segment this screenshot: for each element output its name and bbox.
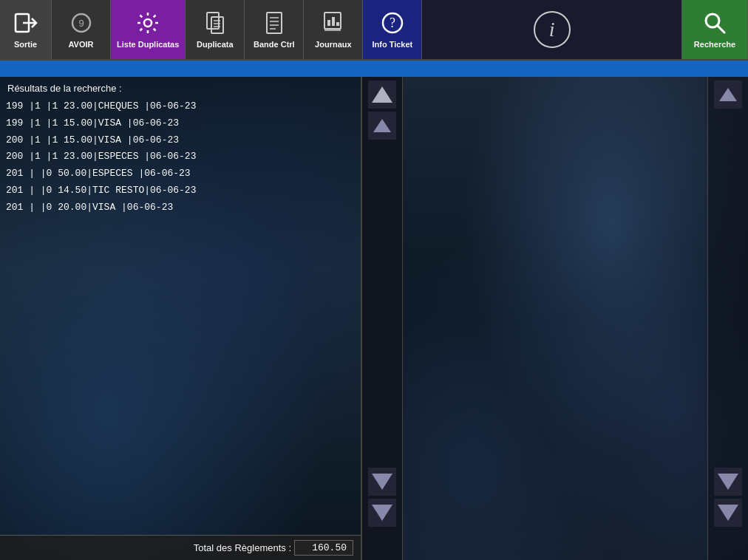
avoir-label: AVOIR bbox=[68, 40, 93, 49]
svg-rect-17 bbox=[332, 17, 335, 26]
info-icon: i bbox=[549, 18, 555, 41]
right-scroll-down-button[interactable] bbox=[714, 468, 742, 496]
svg-rect-18 bbox=[336, 22, 339, 26]
exit-icon bbox=[14, 11, 38, 38]
right-scroll-bottom-buttons bbox=[714, 468, 742, 527]
search-icon bbox=[703, 11, 727, 38]
center-scroll-panel bbox=[362, 77, 403, 560]
main-content: Résultats de la recherche : 199 |1 |1 23… bbox=[0, 77, 748, 560]
table-row[interactable]: 199 |1 |1 15.00|VISA |06-06-23 bbox=[0, 115, 361, 132]
left-panel-content: Résultats de la recherche : 199 |1 |1 23… bbox=[0, 77, 361, 560]
recherche-label: Recherche bbox=[694, 40, 735, 49]
scroll-up-button[interactable] bbox=[368, 112, 396, 140]
recherche-button[interactable]: Recherche bbox=[681, 0, 748, 59]
search-results-header: Résultats de la recherche : bbox=[0, 77, 361, 97]
coin-icon: 9 bbox=[69, 11, 93, 38]
table-row[interactable]: 201 | |0 14.50|TIC RESTO|06-06-23 bbox=[0, 182, 361, 199]
svg-line-23 bbox=[718, 26, 724, 33]
right-panel bbox=[403, 77, 748, 560]
settings-icon bbox=[136, 11, 160, 38]
total-label: Total des Règlements : bbox=[194, 542, 291, 553]
bande-ctrl-button[interactable]: Bande Ctrl bbox=[245, 0, 304, 59]
right-triangle-down-filled-icon bbox=[718, 505, 738, 521]
right-scroll-top-buttons bbox=[714, 81, 742, 109]
svg-text:9: 9 bbox=[78, 18, 84, 29]
duplicata-button[interactable]: Duplicata bbox=[186, 0, 245, 59]
journaux-button[interactable]: Journaux bbox=[304, 0, 363, 59]
right-scroll-bottom-button[interactable] bbox=[714, 499, 742, 527]
sortie-label: Sortie bbox=[14, 40, 37, 49]
svg-rect-6 bbox=[211, 17, 223, 33]
results-list: 199 |1 |1 23.00|CHEQUES |06-06-23199 |1 … bbox=[0, 97, 361, 535]
svg-text:?: ? bbox=[390, 16, 395, 30]
liste-duplicatas-label: Liste Duplicatas bbox=[117, 40, 179, 49]
table-row[interactable]: 200 |1 |1 15.00|VISA |06-06-23 bbox=[0, 132, 361, 149]
right-scroll-panel bbox=[707, 77, 748, 560]
scroll-down-button[interactable] bbox=[368, 468, 396, 496]
right-triangle-down-icon bbox=[718, 474, 738, 490]
journaux-label: Journaux bbox=[315, 40, 352, 49]
scroll-top-buttons bbox=[368, 81, 396, 140]
doc-icon bbox=[204, 11, 226, 38]
left-footer: Total des Règlements : 160.50 bbox=[0, 535, 361, 560]
blue-band bbox=[0, 61, 748, 77]
toolbar: Sortie 9 AVOIR Liste Duplicatas bbox=[0, 0, 748, 61]
table-row[interactable]: 199 |1 |1 23.00|CHEQUES |06-06-23 bbox=[0, 98, 361, 115]
scroll-bottom-buttons bbox=[368, 468, 396, 527]
right-triangle-up-icon bbox=[719, 88, 737, 101]
sortie-button[interactable]: Sortie bbox=[0, 0, 52, 59]
scroll-top-filled-button[interactable] bbox=[368, 81, 396, 109]
info-ticket-label: Info Ticket bbox=[372, 40, 412, 49]
triangle-up-icon bbox=[373, 119, 391, 132]
triangle-down-icon bbox=[372, 474, 392, 490]
bande-ctrl-label: Bande Ctrl bbox=[254, 40, 295, 49]
triangle-up-filled-icon bbox=[372, 86, 392, 103]
table-row[interactable]: 201 | |0 20.00|VISA |06-06-23 bbox=[0, 199, 361, 216]
info-button[interactable]: i bbox=[534, 11, 571, 48]
doc2-icon bbox=[264, 11, 285, 38]
avoir-button[interactable]: 9 AVOIR bbox=[52, 0, 111, 59]
scroll-bottom-filled-button[interactable] bbox=[368, 499, 396, 527]
total-value: 160.50 bbox=[294, 540, 353, 556]
info-ticket-button[interactable]: ? Info Ticket bbox=[363, 0, 422, 59]
svg-rect-16 bbox=[327, 20, 330, 26]
question-icon: ? bbox=[381, 11, 404, 38]
water-background-right bbox=[403, 77, 748, 560]
svg-point-4 bbox=[144, 19, 152, 27]
table-row[interactable]: 201 | |0 50.00|ESPECES |06-06-23 bbox=[0, 165, 361, 182]
duplicata-label: Duplicata bbox=[197, 40, 234, 49]
table-row[interactable]: 200 |1 |1 23.00|ESPECES |06-06-23 bbox=[0, 148, 361, 165]
triangle-down-filled-icon bbox=[372, 505, 392, 521]
left-panel: Résultats de la recherche : 199 |1 |1 23… bbox=[0, 77, 362, 560]
liste-duplicatas-button[interactable]: Liste Duplicatas bbox=[111, 0, 186, 59]
svg-rect-10 bbox=[267, 13, 282, 33]
right-scroll-up-filled-button[interactable] bbox=[714, 81, 742, 109]
toolbar-spacer: i bbox=[422, 0, 681, 59]
chart-icon bbox=[322, 11, 345, 38]
